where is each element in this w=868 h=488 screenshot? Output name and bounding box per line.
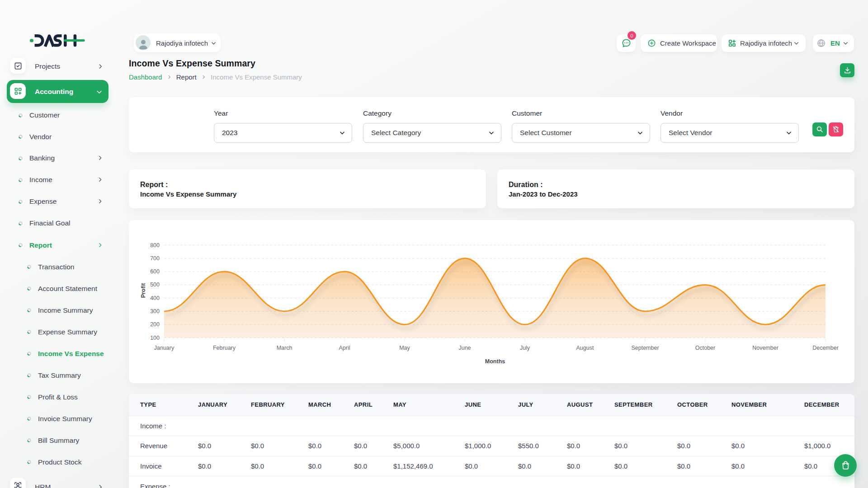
- svg-text:May: May: [399, 345, 410, 351]
- svg-text:June: June: [458, 345, 471, 351]
- svg-text:800: 800: [150, 242, 160, 249]
- svg-text:200: 200: [150, 321, 160, 328]
- svg-text:December: December: [812, 345, 839, 351]
- svg-text:July: July: [520, 345, 530, 351]
- svg-text:500: 500: [150, 282, 160, 288]
- svg-text:400: 400: [150, 295, 160, 301]
- svg-text:April: April: [339, 345, 350, 351]
- svg-text:January: January: [154, 345, 175, 351]
- svg-text:September: September: [631, 345, 659, 351]
- svg-text:100: 100: [150, 335, 160, 341]
- svg-text:August: August: [576, 345, 594, 351]
- svg-text:Months: Months: [485, 358, 505, 365]
- svg-text:700: 700: [150, 255, 160, 262]
- svg-text:February: February: [213, 345, 236, 351]
- svg-text:October: October: [695, 345, 715, 351]
- svg-text:300: 300: [150, 308, 160, 314]
- svg-text:March: March: [277, 345, 292, 351]
- svg-text:November: November: [752, 345, 778, 351]
- svg-text:Profit: Profit: [140, 283, 146, 298]
- svg-text:600: 600: [150, 268, 160, 275]
